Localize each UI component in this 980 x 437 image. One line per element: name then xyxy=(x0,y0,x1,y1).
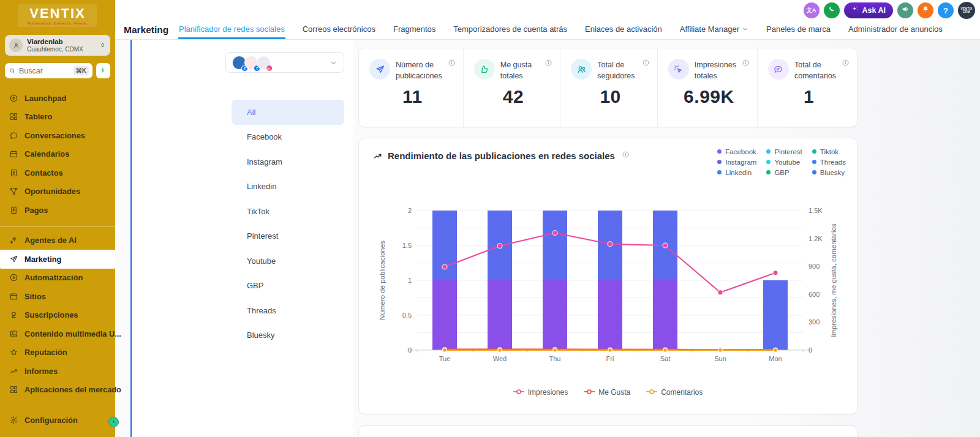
tab-correos-electr-nicos[interactable]: Correos electrónicos xyxy=(302,21,376,39)
sidebar-item-pagos[interactable]: Pagos xyxy=(0,201,115,220)
social-account-avatars: f f xyxy=(232,56,269,70)
svg-text:Sat: Sat xyxy=(660,355,671,362)
info-icon[interactable] xyxy=(545,59,552,67)
sidebar-item-launchpad[interactable]: Launchpad xyxy=(0,89,115,108)
sidebar-item-label: Oportunidades xyxy=(24,187,80,196)
tab-enlaces-de-activaci-n[interactable]: Enlaces de activación xyxy=(584,21,663,39)
sidebar-item-contenido-multimedia-u[interactable]: Contenido multimedia U... xyxy=(0,324,115,343)
filter-all[interactable]: All xyxy=(232,100,344,125)
stat-value: 1 xyxy=(768,86,850,107)
filter-bluesky[interactable]: Bluesky xyxy=(232,323,344,348)
sidebar-item-suscripciones[interactable]: Suscripciones xyxy=(0,306,115,325)
legend-dot xyxy=(717,149,722,154)
filter-pinterest[interactable]: Pinterest xyxy=(232,224,344,249)
thumbs-up-icon xyxy=(474,59,495,80)
filter-threads[interactable]: Threads xyxy=(232,298,344,323)
legend-instagram: Instagram xyxy=(717,157,756,167)
chevron-down-icon xyxy=(742,26,748,32)
tab-administrador-de-anuncios[interactable]: Administrador de anuncios xyxy=(848,21,943,39)
sidebar-item-sitios[interactable]: Sitios xyxy=(0,287,115,306)
sidebar-item-aplicaciones-del-mercado[interactable]: Aplicaciones del mercado xyxy=(0,381,115,400)
translate-icon: 文A xyxy=(806,7,816,15)
info-icon[interactable] xyxy=(742,59,750,67)
legend-linkedin: Linkedin xyxy=(717,167,756,177)
sidebar-item-conversaciones[interactable]: Conversaciones xyxy=(0,126,115,145)
filter-linkedin[interactable]: Linkedin xyxy=(232,174,344,200)
phone-button[interactable] xyxy=(824,2,840,18)
filter-facebook[interactable]: Facebook xyxy=(232,125,344,150)
sidebar-item-reputaci-n[interactable]: Reputación xyxy=(0,343,115,362)
stat-top: Me gusta totales xyxy=(474,59,553,81)
series-legend-comentarios[interactable]: Comentarios xyxy=(646,388,703,397)
legend-facebook: Facebook xyxy=(717,146,756,157)
star-icon xyxy=(9,348,18,357)
svg-text:Sun: Sun xyxy=(714,355,726,362)
legend-dot xyxy=(766,160,771,164)
stat-top: Total de comentarios xyxy=(768,59,850,81)
stat-value: 11 xyxy=(369,86,456,107)
stat-total-de-seguidores: Total de seguidores10 xyxy=(560,48,657,127)
tab-planificador-de-redes-sociales[interactable]: Planificador de redes sociales xyxy=(178,21,285,39)
filter-gbp[interactable]: GBP xyxy=(232,274,344,299)
sidebar-item-label: Marketing xyxy=(24,255,61,264)
stat-label: Total de comentarios xyxy=(794,59,836,81)
sidebar-item-tablero[interactable]: Tablero xyxy=(0,108,115,127)
trending-up-icon xyxy=(373,151,383,161)
sidebar-item-calendarios[interactable]: Calendarios xyxy=(0,145,115,164)
account-location: Cuauhtemoc, CDMX xyxy=(27,46,83,53)
tab-label: Affiliate Manager xyxy=(680,24,739,34)
quick-actions-button[interactable] xyxy=(96,63,110,78)
legend-bluesky: Bluesky xyxy=(812,167,846,177)
tab-affiliate-manager[interactable]: Affiliate Manager xyxy=(679,21,749,39)
series-legend-impresiones[interactable]: Impresiones xyxy=(513,388,568,397)
help-button[interactable]: ? xyxy=(938,2,954,18)
legend-label: Instagram xyxy=(725,159,756,166)
info-icon[interactable] xyxy=(448,59,456,67)
sidebar-collapse-button[interactable]: ‹ xyxy=(108,417,119,427)
sidebar-item-agentes-de-ai[interactable]: Agentes de AI xyxy=(0,231,115,250)
legend-dot xyxy=(717,170,722,174)
gear-icon xyxy=(9,416,18,425)
sidebar-item-label: Pagos xyxy=(24,206,48,215)
svg-text:1.5K: 1.5K xyxy=(809,207,823,214)
sidebar-item-oportunidades[interactable]: Oportunidades xyxy=(0,182,115,201)
filter-tiktok[interactable]: TikTok xyxy=(232,199,344,224)
filter-instagram[interactable]: Instagram xyxy=(232,149,344,174)
notifications-button[interactable] xyxy=(918,2,933,18)
chevron-down-icon xyxy=(330,59,337,67)
search-input[interactable] xyxy=(19,67,59,75)
legend-label: Threads xyxy=(820,159,846,166)
instagram-account-avatar xyxy=(257,56,271,70)
stat-label: Total de seguidores xyxy=(597,59,636,81)
sidebar-item-configuraci-n[interactable]: Configuración xyxy=(0,411,115,430)
info-icon[interactable] xyxy=(842,59,850,67)
sidebar-item-contactos[interactable]: Contactos xyxy=(0,163,115,182)
info-icon[interactable] xyxy=(642,59,650,67)
series-legend-me-gusta[interactable]: Me Gusta xyxy=(584,388,630,397)
network-filter-list: AllFacebookInstagramLinkedinTikTokPinter… xyxy=(232,100,344,348)
ask-ai-button[interactable]: Ask AI xyxy=(844,2,893,18)
user-avatar[interactable]: VENTIX CRM xyxy=(958,2,975,19)
announcements-button[interactable] xyxy=(897,2,913,18)
stat-value: 10 xyxy=(571,86,650,107)
paper-plane-icon xyxy=(369,59,390,80)
info-icon[interactable] xyxy=(622,151,630,159)
sidebar-item-marketing[interactable]: Marketing xyxy=(0,250,115,269)
sidebar-item-automatizaci-n[interactable]: Automatización xyxy=(0,269,115,288)
series-legend: ImpresionesMe GustaComentarios xyxy=(359,388,857,397)
stat-value: 6.99K xyxy=(668,86,750,107)
avatar-label: VENTIX CRM xyxy=(958,7,975,13)
stat-total-de-comentarios: Total de comentarios1 xyxy=(757,48,857,127)
sidebar-item-label: Tablero xyxy=(24,112,52,121)
search-box[interactable]: ⌘K xyxy=(5,63,92,78)
filter-youtube[interactable]: Youtube xyxy=(232,248,344,274)
payments-icon xyxy=(9,206,18,215)
tab-label: Administrador de anuncios xyxy=(848,24,943,34)
tab-paneles-de-marca[interactable]: Paneles de marca xyxy=(766,21,831,39)
account-switcher[interactable]: Viardenlab Cuauhtemoc, CDMX xyxy=(5,35,110,56)
translate-button[interactable]: 文A xyxy=(804,2,820,18)
social-accounts-dropdown[interactable]: f f xyxy=(225,52,344,73)
sidebar-item-informes[interactable]: Informes xyxy=(0,362,115,381)
tab-temporizadores-de-cuenta-atr-s[interactable]: Temporizadores de cuenta atrás xyxy=(453,21,568,39)
tab-fragmentos[interactable]: Fragmentos xyxy=(393,21,436,39)
